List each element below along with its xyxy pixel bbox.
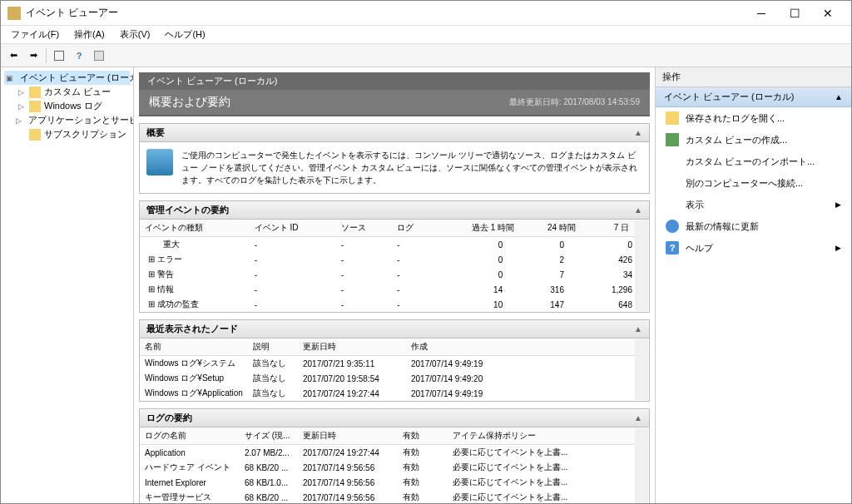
table-row[interactable]: ⊞ エラー---02426 — [140, 252, 649, 267]
refresh-icon — [666, 220, 679, 233]
collapse-icon[interactable]: ▣ — [6, 74, 13, 82]
blank-icon — [666, 176, 679, 190]
funnel-icon — [666, 133, 679, 146]
collapse-icon[interactable]: ▲ — [634, 128, 642, 137]
center-pane: イベント ビューアー (ローカル) 概要および要約 最終更新日時: 2017/0… — [134, 67, 656, 503]
table-row[interactable]: ハードウェア イベント68 KB/20 ...2017/07/14 9:56:5… — [140, 460, 649, 475]
col-policy[interactable]: アイテム保持ポリシー — [448, 427, 649, 445]
blank-icon — [666, 198, 679, 211]
menu-action[interactable]: 操作(A) — [67, 27, 111, 42]
tree-custom-views[interactable]: ▷ カスタム ビュー — [4, 85, 130, 99]
collapse-icon[interactable]: ▲ — [634, 324, 642, 334]
table-row[interactable]: ⊞ 警告---0734 — [140, 267, 649, 282]
recent-nodes-header[interactable]: 最近表示されたノード ▲ — [139, 319, 650, 338]
col-name[interactable]: 名前 — [140, 338, 248, 356]
col-desc[interactable]: 説明 — [248, 338, 298, 356]
action-label: カスタム ビューのインポート... — [686, 156, 815, 168]
menu-file[interactable]: ファイル(F) — [4, 27, 66, 42]
tree-root-label: イベント ビューアー (ローカル) — [20, 72, 134, 84]
show-tree-button[interactable] — [50, 47, 68, 65]
tree-label: カスタム ビュー — [44, 86, 111, 98]
col-type[interactable]: イベントの種類 — [140, 220, 250, 237]
menu-view[interactable]: 表示(V) — [113, 27, 157, 42]
properties-button[interactable] — [90, 47, 108, 65]
table-row[interactable]: 重大---000 — [140, 237, 649, 253]
overview-header[interactable]: 概要 ▲ — [139, 123, 650, 142]
table-row[interactable]: ⊞ 情報---143161,296 — [140, 282, 649, 297]
log-summary-header[interactable]: ログの要約 ▲ — [139, 408, 650, 427]
chevron-right-icon: ▶ — [835, 200, 841, 209]
close-button[interactable]: ✕ — [811, 2, 845, 25]
folder-open-icon — [666, 111, 679, 125]
action-label: 保存されたログを開く... — [686, 112, 785, 125]
overview-text: ご使用のコンピューターで発生したイベントを表示するには、コンソール ツリーで適切… — [181, 149, 642, 186]
action-label: カスタム ビューの作成... — [686, 134, 787, 146]
action-connect-computer[interactable]: 別のコンピューターへ接続... — [656, 172, 851, 194]
col-updated[interactable]: 更新日時 — [298, 427, 398, 445]
help-icon: ? — [666, 241, 679, 254]
action-refresh[interactable]: 最新の情報に更新 — [656, 215, 851, 237]
log-summary-table: ログの名前 サイズ (現... 更新日時 有効 アイテム保持ポリシー Appli… — [140, 427, 649, 503]
table-row[interactable]: Windows ログ¥Application該当なし2017/07/24 19:… — [140, 386, 649, 401]
tree-subscriptions[interactable]: サブスクリプション — [4, 127, 130, 141]
overview-section: 概要 ▲ ご使用のコンピューターで発生したイベントを表示するには、コンソール ツ… — [139, 123, 650, 194]
scrollbar[interactable] — [635, 428, 648, 503]
col-created[interactable]: 作成 — [406, 338, 649, 356]
maximize-button[interactable]: ☐ — [778, 2, 811, 25]
col-name[interactable]: ログの名前 — [140, 427, 240, 445]
col-log[interactable]: ログ — [392, 220, 434, 237]
window-title: イベント ビューアー — [26, 6, 745, 20]
action-view[interactable]: 表示 ▶ — [656, 194, 851, 215]
action-help[interactable]: ? ヘルプ ▶ — [656, 237, 851, 259]
tree-windows-logs[interactable]: ▷ Windows ログ — [4, 99, 130, 113]
expand-icon[interactable]: ▷ — [16, 102, 26, 111]
table-row[interactable]: ⊞ 成功の監査---10147648 — [140, 297, 649, 312]
scrollbar[interactable] — [635, 339, 648, 400]
col-source[interactable]: ソース — [336, 220, 392, 237]
col-eventid[interactable]: イベント ID — [250, 220, 336, 237]
actions-section-header[interactable]: イベント ビューアー (ローカル) ▲ — [656, 87, 851, 107]
table-row[interactable]: キー管理サービス68 KB/20 ...2017/07/14 9:56:56有効… — [140, 490, 649, 503]
actions-title: 操作 — [656, 67, 851, 87]
expand-icon[interactable]: ▷ — [16, 116, 22, 125]
section-title: ログの要約 — [146, 412, 192, 424]
action-create-custom-view[interactable]: カスタム ビューの作成... — [656, 129, 851, 151]
tree-root[interactable]: ▣ イベント ビューアー (ローカル) — [4, 71, 130, 85]
table-row[interactable]: Internet Explorer68 KB/1.0...2017/07/14 … — [140, 475, 649, 490]
col-size[interactable]: サイズ (現... — [240, 427, 298, 445]
minimize-button[interactable]: ─ — [745, 2, 778, 25]
tree-pane: ▣ イベント ビューアー (ローカル) ▷ カスタム ビュー ▷ Windows… — [1, 67, 134, 503]
expand-icon[interactable]: ▷ — [16, 88, 26, 96]
table-row[interactable]: Windows ログ¥Setup該当なし2017/07/20 19:58:542… — [140, 371, 649, 386]
collapse-icon[interactable]: ▲ — [634, 413, 642, 422]
scrollbar[interactable] — [635, 220, 648, 311]
action-open-saved-log[interactable]: 保存されたログを開く... — [656, 107, 851, 129]
back-button[interactable]: ⬅ — [4, 47, 22, 65]
admin-summary-section: 管理イベントの要約 ▲ イベントの種類 イベント ID ソース ログ 過去 1 … — [139, 200, 650, 313]
action-label: 表示 — [686, 199, 704, 211]
admin-summary-header[interactable]: 管理イベントの要約 ▲ — [139, 200, 650, 220]
col-enabled[interactable]: 有効 — [398, 427, 448, 445]
actions-pane: 操作 イベント ビューアー (ローカル) ▲ 保存されたログを開く... カスタ… — [656, 67, 851, 503]
section-title: 最近表示されたノード — [146, 323, 238, 335]
tree-app-services[interactable]: ▷ アプリケーションとサービス ログ — [4, 113, 130, 127]
collapse-icon[interactable]: ▲ — [634, 205, 642, 215]
overview-icon — [146, 149, 173, 175]
collapse-icon[interactable]: ▲ — [835, 92, 843, 101]
col-day[interactable]: 24 時間 — [519, 220, 581, 237]
page-title: 概要および要約 — [149, 95, 230, 110]
admin-summary-table: イベントの種類 イベント ID ソース ログ 過去 1 時間 24 時間 7 日… — [140, 220, 649, 312]
table-row[interactable]: Windows ログ¥システム該当なし2017/07/21 9:35:11201… — [140, 356, 649, 372]
forward-button[interactable]: ➡ — [24, 47, 42, 65]
tree-label: Windows ログ — [44, 100, 102, 112]
section-title: 概要 — [146, 126, 165, 139]
help-toolbar-button[interactable]: ? — [70, 47, 88, 65]
action-label: ヘルプ — [686, 242, 713, 254]
col-hour[interactable]: 過去 1 時間 — [435, 220, 519, 237]
table-row[interactable]: Application2.07 MB/2...2017/07/24 19:27:… — [140, 445, 649, 461]
col-updated[interactable]: 更新日時 — [298, 338, 406, 356]
folder-icon — [29, 86, 41, 98]
menu-help[interactable]: ヘルプ(H) — [158, 27, 211, 42]
action-import-custom-view[interactable]: カスタム ビューのインポート... — [656, 151, 851, 172]
app-icon — [7, 7, 21, 20]
